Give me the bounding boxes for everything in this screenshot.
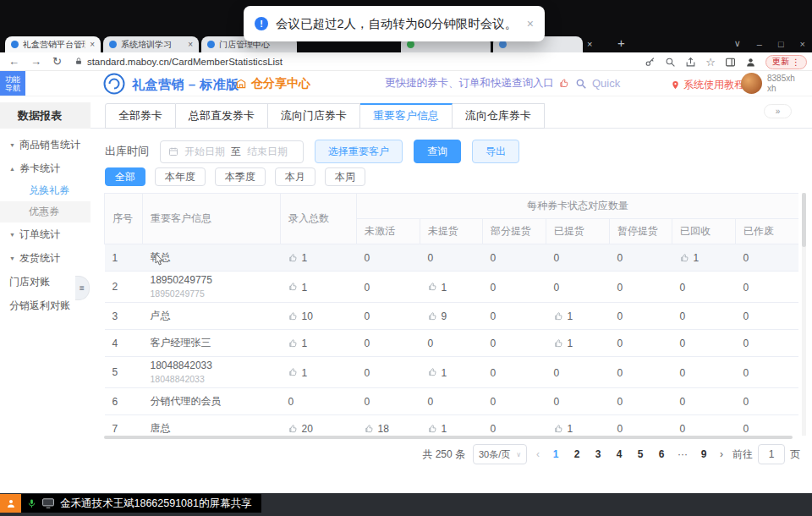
- tutorial-link[interactable]: 系统使用教程: [671, 78, 744, 92]
- sidebar-item-exchange-coupon[interactable]: 兑换礼券: [0, 180, 91, 201]
- window-restore-button[interactable]: □: [778, 39, 784, 49]
- content-tab[interactable]: 重要客户信息: [360, 103, 453, 129]
- count-cell[interactable]: 1: [546, 303, 610, 330]
- customer-cell[interactable]: 1804884203318048842033: [143, 357, 281, 388]
- bookmark-star-icon[interactable]: ☆: [705, 56, 716, 69]
- table-row[interactable]: 1韩总10000010: [105, 244, 799, 272]
- count-cell[interactable]: 18: [357, 415, 420, 436]
- zoom-icon[interactable]: [665, 57, 676, 68]
- count-cell[interactable]: 1: [420, 415, 483, 436]
- chevron-down-icon: ▼: [9, 142, 15, 148]
- content-tab[interactable]: 全部券卡: [105, 103, 176, 129]
- count-cell[interactable]: 20: [281, 415, 357, 436]
- toast-close-icon[interactable]: ×: [527, 17, 534, 30]
- select-customer-button[interactable]: 选择重要客户: [315, 140, 403, 163]
- goto-page-input[interactable]: 1: [758, 444, 785, 464]
- sidebar-item-shipping-stats[interactable]: ▼发货统计: [0, 246, 91, 270]
- sidebar-item-goods-sales[interactable]: ▼商品销售统计: [0, 133, 91, 156]
- pagination-page[interactable]: 3: [591, 448, 605, 460]
- share-center-link[interactable]: 仓分享中心: [235, 76, 310, 91]
- quick-filter-button[interactable]: 本年度: [155, 167, 206, 186]
- tab-close-icon[interactable]: ×: [90, 40, 95, 49]
- count-value: 1: [568, 338, 573, 349]
- customer-cell[interactable]: 唐总: [143, 415, 281, 436]
- share-icon[interactable]: [685, 57, 696, 68]
- sidebar-item-order-stats[interactable]: ▼订单统计: [0, 222, 91, 246]
- user-menu[interactable]: 8385xh xh: [741, 73, 795, 94]
- sidebar-item-card-stats[interactable]: ▲券卡统计: [0, 156, 91, 180]
- content-tab[interactable]: 流向门店券卡: [268, 103, 360, 129]
- vertical-scrollbar[interactable]: [802, 193, 806, 436]
- pagination-page[interactable]: 6: [655, 448, 668, 460]
- app-title: 礼盒营销 – 标准版: [132, 77, 239, 93]
- quick-filter-button[interactable]: 本月: [275, 167, 315, 186]
- count-cell[interactable]: 1: [281, 272, 357, 303]
- pagination-more[interactable]: ···: [676, 448, 689, 460]
- screen-share-icon: [42, 498, 54, 508]
- count-cell[interactable]: 1: [546, 330, 610, 357]
- customer-cell[interactable]: 分销代理的会员: [143, 388, 281, 415]
- window-menu-icon[interactable]: ∨: [734, 38, 741, 49]
- search-button[interactable]: 查询: [414, 140, 461, 163]
- table-row[interactable]: 2189502497751895024977510100000: [105, 272, 799, 303]
- count-cell[interactable]: 1: [420, 272, 483, 303]
- scrollbar-thumb[interactable]: [802, 193, 806, 247]
- count-cell[interactable]: 1: [672, 244, 736, 272]
- count-cell: 0: [672, 303, 736, 330]
- side-panel-icon[interactable]: [725, 57, 736, 68]
- table-row[interactable]: 3卢总100901000: [105, 303, 799, 330]
- count-cell[interactable]: 1: [281, 330, 357, 357]
- pagination-page[interactable]: 2: [570, 448, 584, 460]
- quick-entry-link[interactable]: 更快捷的券卡、订单和快递查询入口 Quick: [385, 76, 620, 91]
- content-tab[interactable]: 流向仓库券卡: [453, 103, 545, 129]
- date-range-input[interactable]: 开始日期 至 结束日期: [160, 140, 304, 163]
- tab-close-icon[interactable]: ×: [188, 40, 193, 49]
- back-button[interactable]: ←: [8, 55, 19, 68]
- panel-collapse-button[interactable]: »: [764, 104, 792, 118]
- content-tab[interactable]: 总部直发券卡: [176, 103, 268, 129]
- quick-filter-button[interactable]: 本季度: [215, 167, 266, 186]
- pagination-page[interactable]: 4: [612, 448, 626, 460]
- new-tab-button[interactable]: +: [617, 36, 625, 50]
- quick-filter-button[interactable]: 本周: [325, 167, 365, 186]
- window-close-button[interactable]: ×: [800, 39, 805, 49]
- pagination-page[interactable]: 5: [634, 448, 647, 460]
- username-sub: xh: [767, 84, 795, 94]
- customer-cell[interactable]: 卢总: [143, 303, 281, 330]
- table-row[interactable]: 4客户经理张三10001000: [105, 330, 799, 357]
- pagination-page[interactable]: 1: [549, 448, 562, 460]
- browser-update-button[interactable]: 更新 ⋮: [765, 55, 807, 69]
- key-icon[interactable]: [645, 57, 656, 68]
- reload-button[interactable]: ↻: [52, 55, 62, 68]
- function-nav-toggle[interactable]: 功能 导航: [0, 71, 25, 96]
- export-button[interactable]: 导出: [472, 140, 519, 163]
- count-value: 0: [617, 310, 623, 322]
- table-row[interactable]: 6分销代理的会员00000000: [105, 388, 799, 415]
- count-cell[interactable]: 1: [420, 357, 483, 388]
- window-minimize-button[interactable]: –: [757, 39, 762, 49]
- profile-icon[interactable]: [745, 57, 756, 68]
- count-cell: 0: [610, 357, 672, 388]
- forward-button[interactable]: →: [30, 55, 41, 68]
- count-cell[interactable]: 1: [281, 357, 357, 388]
- customer-cell[interactable]: 客户经理张三: [143, 330, 281, 357]
- horizontal-scrollbar[interactable]: [104, 436, 793, 439]
- next-page-button[interactable]: ›: [718, 448, 725, 460]
- browser-tab[interactable]: 礼盒营销平台管理中心×: [5, 36, 101, 52]
- count-cell[interactable]: 9: [420, 303, 483, 330]
- prev-page-button[interactable]: ‹: [535, 448, 541, 460]
- customer-cell[interactable]: 1895024977518950249775: [143, 272, 281, 303]
- count-cell[interactable]: 1: [546, 415, 610, 436]
- tab-close-icon[interactable]: ×: [587, 39, 592, 49]
- table-row[interactable]: 7唐总2018101000: [105, 415, 799, 436]
- quick-filter-button[interactable]: 全部: [105, 167, 145, 186]
- pagination-page[interactable]: 9: [697, 448, 710, 460]
- browser-tab[interactable]: 系统培训学习×: [103, 36, 199, 52]
- count-cell[interactable]: 1: [281, 244, 357, 272]
- count-cell: 0: [736, 272, 799, 303]
- count-cell[interactable]: 10: [281, 303, 357, 330]
- page-size-select[interactable]: 30条/页 ∨: [473, 444, 527, 464]
- table-row[interactable]: 5180488420331804884203310100000: [105, 357, 799, 388]
- url-field[interactable]: standard.maboy.cn/CardMemberStatisticsLi…: [74, 57, 283, 67]
- sidebar-item-discount-coupon[interactable]: 优惠券: [0, 201, 91, 222]
